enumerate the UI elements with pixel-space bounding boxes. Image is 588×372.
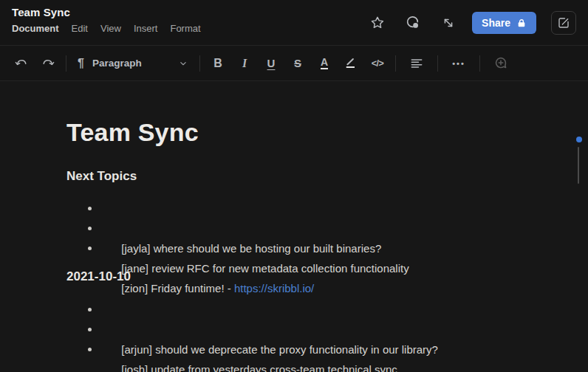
- strikethrough-button[interactable]: S: [285, 52, 310, 75]
- underline-button[interactable]: U: [259, 52, 284, 75]
- share-button[interactable]: Share: [472, 12, 536, 34]
- expand-button[interactable]: [440, 14, 457, 32]
- list-item[interactable]: [josh] update from yesterdays cross-team…: [88, 320, 438, 340]
- toolbar-divider: [479, 55, 480, 72]
- list-item-text: [jane] review RFC for new metadata colle…: [121, 262, 408, 275]
- bullet-dot: [88, 308, 92, 311]
- add-comment-button[interactable]: [488, 52, 513, 75]
- text-color-button[interactable]: A: [312, 52, 337, 75]
- menu-format[interactable]: Format: [170, 23, 200, 34]
- chevron-down-icon: [178, 58, 188, 69]
- redo-icon: [41, 56, 55, 71]
- paragraph-style-dropdown[interactable]: ¶ Paragraph: [71, 52, 195, 75]
- italic-button[interactable]: I: [232, 52, 257, 75]
- list-item[interactable]: [arjun] should we deprecate the proxy fu…: [88, 300, 438, 320]
- favorite-button[interactable]: [369, 14, 386, 32]
- menu-view[interactable]: View: [100, 23, 121, 34]
- list-item[interactable]: [li] retro for last weeks support escala…: [88, 340, 438, 359]
- menu-document[interactable]: Document: [12, 23, 59, 34]
- bullet-dot: [88, 227, 92, 230]
- bullet-dot: [88, 328, 92, 331]
- comment-plus-icon: [493, 55, 509, 72]
- header: Team Sync Document Edit View Insert Form…: [0, 0, 588, 46]
- align-left-icon: [409, 56, 424, 71]
- menubar: Document Edit View Insert Format: [12, 23, 201, 34]
- list-item-text: [josh] update from yesterdays cross-team…: [121, 363, 397, 372]
- lock-icon: [516, 18, 527, 29]
- compose-button[interactable]: [551, 11, 576, 35]
- compose-icon: [557, 16, 570, 30]
- bullet-list: [arjun] should we deprecate the proxy fu…: [88, 300, 438, 359]
- bullet-dot: [88, 247, 92, 250]
- more-options-button[interactable]: •••: [446, 52, 471, 75]
- list-item[interactable]: [jane] review RFC for new metadata colle…: [88, 218, 409, 238]
- highlighter-icon: [343, 56, 358, 71]
- share-label: Share: [482, 17, 510, 29]
- skribbl-link[interactable]: https://skribbl.io/: [234, 282, 314, 294]
- list-item[interactable]: [zion] Friday funtime! - https://skribbl…: [88, 238, 409, 258]
- highlight-button[interactable]: [338, 52, 363, 75]
- strikethrough-icon: S: [294, 57, 301, 69]
- star-icon: [369, 15, 386, 31]
- scrollbar-thumb[interactable]: [578, 147, 579, 184]
- code-button[interactable]: </>: [365, 52, 390, 75]
- toolbar-divider: [66, 55, 66, 72]
- app-window: Team Sync Document Edit View Insert Form…: [0, 0, 588, 372]
- scroll-position-marker: [576, 137, 582, 142]
- toolbar-divider: [437, 55, 438, 72]
- comment-bubble-icon: [404, 14, 422, 32]
- align-button[interactable]: [404, 52, 429, 75]
- doc-title[interactable]: Team Sync: [66, 118, 199, 147]
- bullet-dot: [88, 348, 92, 351]
- bold-button[interactable]: B: [205, 52, 230, 75]
- menu-insert[interactable]: Insert: [134, 23, 158, 34]
- editor-surface[interactable]: Team Sync Next Topics [jayla] where shou…: [0, 81, 588, 371]
- code-icon: </>: [372, 58, 384, 69]
- paragraph-style-label: Paragraph: [92, 58, 142, 69]
- formatting-toolbar: ¶ Paragraph B I U S A: [0, 46, 588, 81]
- list-item[interactable]: [jayla] where should we be hosting our b…: [88, 199, 409, 218]
- italic-icon: I: [242, 57, 247, 70]
- toolbar-divider: [395, 55, 396, 72]
- bullet-dot: [88, 207, 92, 210]
- header-actions: Share: [351, 0, 576, 46]
- toolbar-divider: [199, 55, 200, 72]
- ellipsis-icon: •••: [452, 59, 465, 68]
- list-item-text: [zion] Friday funtime! -: [121, 282, 234, 294]
- text-color-icon: A: [321, 57, 328, 69]
- section-heading-next-topics[interactable]: Next Topics: [66, 169, 137, 184]
- underline-icon: U: [267, 57, 276, 69]
- menu-edit[interactable]: Edit: [72, 23, 88, 34]
- expand-diagonal-icon: [441, 16, 456, 30]
- bullet-list: [jayla] where should we be hosting our b…: [88, 199, 409, 258]
- undo-icon: [14, 56, 29, 71]
- section-heading-date[interactable]: 2021-10-10: [66, 269, 131, 284]
- document-title-header: Team Sync: [12, 6, 70, 18]
- redo-button[interactable]: [35, 52, 61, 75]
- undo-button[interactable]: [9, 52, 34, 75]
- pilcrow-icon: ¶: [78, 57, 84, 70]
- bold-icon: B: [213, 57, 222, 70]
- comments-button[interactable]: [404, 14, 422, 32]
